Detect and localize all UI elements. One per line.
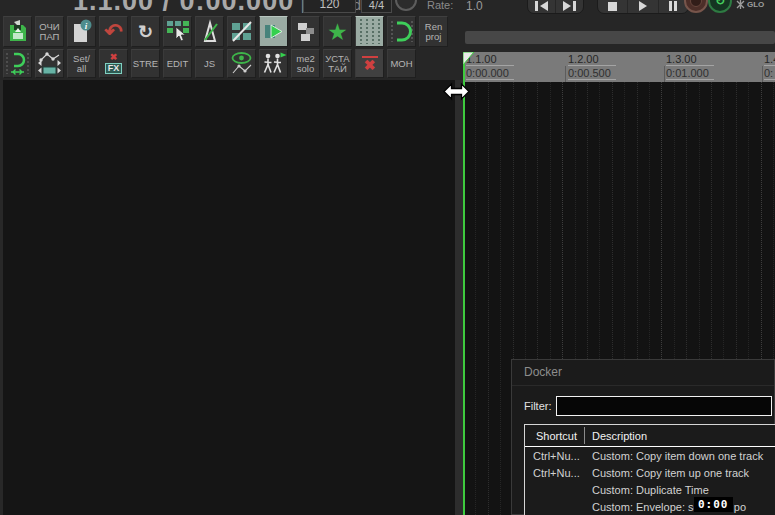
toolbar-loop-points-button[interactable]: [3, 49, 32, 78]
column-divider[interactable]: [584, 427, 585, 444]
table-row[interactable]: Ctrl+Nu...Custom: Copy item down one tra…: [525, 447, 775, 464]
toolbar-remove-button[interactable]: ✖: [355, 49, 384, 78]
description-cell: Custom: Duplicate Time: [584, 484, 775, 496]
fx-off-icon: ✖FX: [105, 53, 123, 74]
toolbar-duplicate-items-button[interactable]: [291, 16, 320, 47]
transport-seek-group: [527, 0, 584, 14]
list-rows: Ctrl+Nu...Custom: Copy item down one tra…: [525, 447, 775, 515]
save-icon: [7, 20, 29, 44]
docker-window: Docker Filter: Shortcut Description Ctrl…: [511, 359, 775, 515]
shortcut-cell: Ctrl+Nu...: [525, 467, 584, 479]
toolbar-fx-bypass-button[interactable]: ✖FX: [99, 49, 128, 78]
grid-hand-icon: [166, 19, 190, 45]
table-row[interactable]: Custom: Duplicate Time: [525, 481, 775, 498]
go-to-start-button[interactable]: [528, 0, 555, 13]
toolbar-ripple-edit-button[interactable]: [227, 16, 256, 47]
ruler-time-label: 0:: [764, 67, 775, 80]
toolbar-save-project-button[interactable]: [3, 16, 32, 47]
toolbar-project-info-button[interactable]: i: [67, 16, 96, 47]
play-button[interactable]: [627, 0, 657, 13]
ruler-time-label: 0:00.500: [568, 67, 616, 80]
play-icon: [639, 1, 647, 11]
ruler-mark: 1.40:: [764, 53, 775, 80]
star-icon: ★: [329, 22, 347, 42]
toolbar-monitor-button[interactable]: МОН: [387, 49, 416, 78]
bpm-field[interactable]: 120: [303, 0, 356, 13]
column-header-description[interactable]: Description: [584, 430, 775, 442]
toolbar-walk-items-button[interactable]: [259, 49, 288, 78]
rate-label: Rate:: [427, 0, 453, 11]
toolbar-button-label: Ren proj: [425, 22, 442, 42]
global-automation-label: GLO: [747, 0, 764, 9]
grid-dots-icon: [357, 18, 382, 45]
toolbar-row-1: ОЧИ ПАПi↶↻★Ren proj: [3, 16, 448, 47]
toolbar-item-play-button[interactable]: [259, 16, 288, 47]
toolbar-redo-button[interactable]: ↻: [131, 16, 160, 47]
panel-splitter[interactable]: [455, 80, 463, 515]
grid-line: [488, 82, 489, 515]
shortcut-list: Shortcut Description Ctrl+Nu...Custom: C…: [524, 424, 775, 515]
toolbar-snap-to-grid-button[interactable]: [355, 16, 384, 47]
toolbar-button-label: Set/ all: [73, 54, 90, 74]
toolbar-stretch-button[interactable]: STRE: [131, 49, 160, 78]
ruler-beat-label: 1.3.00: [666, 53, 714, 66]
record-icon: [690, 0, 702, 7]
playrate-knob[interactable]: [395, 0, 417, 11]
filter-label: Filter:: [524, 400, 552, 412]
ruler-mark: 1.2.000:00.500: [568, 53, 616, 80]
toolbar-render-project-button[interactable]: Ren proj: [419, 16, 448, 47]
table-row[interactable]: Ctrl+Nu...Custom: Copy item up one track: [525, 464, 775, 481]
toolbar-button-label: ОЧИ ПАП: [39, 22, 59, 42]
repeat-button[interactable]: ↻: [708, 0, 732, 13]
stop-button[interactable]: [598, 0, 627, 13]
toolbar-grid-settings-button[interactable]: [163, 16, 192, 47]
column-header-shortcut[interactable]: Shortcut: [525, 430, 584, 442]
remove-red-icon: ✖: [362, 56, 378, 72]
table-row[interactable]: Custom: Envelope: select all po: [525, 498, 775, 515]
docker-title[interactable]: Docker: [524, 365, 562, 379]
toolbar-me2-solo-button[interactable]: me2 solo: [291, 49, 320, 78]
toolbar-envelope-visibility-button[interactable]: [227, 49, 256, 78]
shortcut-cell: Ctrl+Nu...: [525, 450, 584, 462]
toolbar-ochi-pap-button[interactable]: ОЧИ ПАП: [35, 16, 64, 47]
toolbar-envelope-range-button[interactable]: [35, 49, 64, 78]
ruler-beat-label: 1.4: [764, 53, 775, 66]
filter-input[interactable]: [556, 396, 773, 416]
toolbar-favorite-button[interactable]: ★: [323, 16, 352, 47]
edit-cursor-flag: [463, 52, 475, 66]
global-automation-button[interactable]: GLO: [736, 0, 764, 9]
metronome-icon: [198, 19, 222, 45]
toolbar-undo-button[interactable]: ↶: [99, 16, 128, 47]
redo-icon: ↻: [138, 23, 153, 41]
rate-value[interactable]: 1.0: [466, 0, 483, 13]
doc-info-icon: i: [70, 19, 94, 44]
go-to-end-icon: [563, 1, 571, 11]
transport-time-display[interactable]: 1.1.00 / 0:00.000: [73, 0, 294, 17]
filter-row: Filter:: [524, 396, 772, 416]
toolbar-loop-selection-button[interactable]: [387, 16, 416, 47]
edit-cursor: [463, 52, 465, 515]
description-cell: Custom: Copy item up one track: [584, 467, 775, 479]
track-panel-area: [3, 80, 455, 515]
go-to-end-button[interactable]: [555, 0, 583, 13]
toolbar-button-label: STRE: [133, 59, 158, 69]
transport-bar: 1.1.00 / 0:00.000 [Stopped] 120 4/4 Rate…: [0, 0, 775, 15]
envelope-arrows-icon: [36, 51, 63, 77]
time-signature-field[interactable]: 4/4: [361, 0, 392, 13]
go-to-start-icon: [535, 1, 538, 11]
list-header: Shortcut Description: [525, 425, 775, 447]
toolbar-js-button[interactable]: JS: [195, 49, 224, 78]
toolbar-edit-button[interactable]: EDIT: [163, 49, 192, 78]
undo-icon: ↶: [104, 21, 122, 43]
item-play-icon: [262, 19, 286, 45]
grid-line: [475, 82, 476, 515]
walk-icon: [260, 51, 287, 77]
toolbar-metronome-button[interactable]: [195, 16, 224, 47]
toolbar-set-all-button[interactable]: Set/ all: [67, 49, 96, 78]
toolbar-usta-tai-button[interactable]: УСТА ТАЙ: [323, 49, 352, 78]
timeline-ruler[interactable]: 1.1.000:00.0001.2.000:00.5001.3.000:01.0…: [463, 52, 775, 82]
ruler-beat-separator: [762, 66, 763, 82]
transport-play-group: [597, 0, 689, 14]
description-cell: Custom: Envelope: select all po: [584, 501, 775, 513]
horizontal-scrollbar[interactable]: [465, 31, 775, 44]
